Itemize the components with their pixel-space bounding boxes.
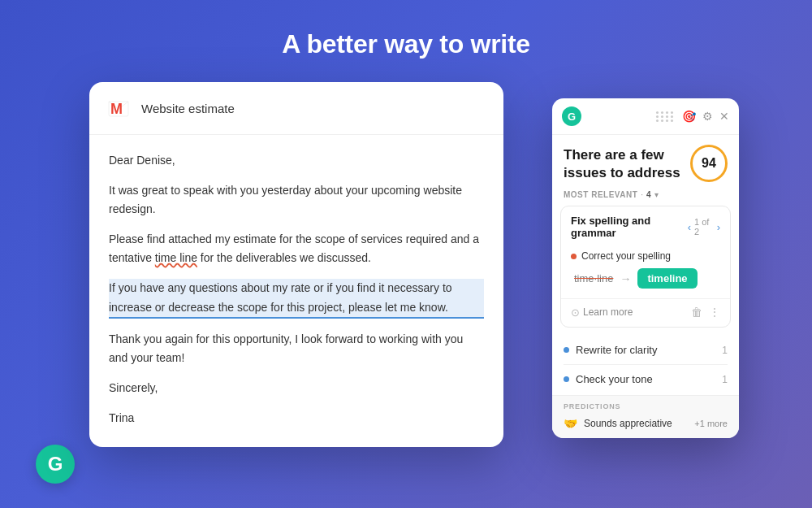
- panel-title-section: There are a few issues to address 94: [552, 135, 739, 187]
- email-closing: Sincerely,: [109, 379, 484, 397]
- footer-icons: 🗑 ⋮: [691, 306, 720, 319]
- score-badge: 94: [690, 145, 728, 182]
- email-para2: Please find attached my estimate for the…: [109, 230, 484, 267]
- prev-issue-arrow[interactable]: ‹: [688, 221, 691, 233]
- grid-dots-icon: [654, 110, 676, 124]
- other-issue-count: 1: [722, 374, 728, 385]
- list-item[interactable]: Check your tone 1: [564, 365, 728, 393]
- panel-header: G 🎯 ⚙ ✕: [552, 98, 739, 135]
- email-body: Dear Denise, It was great to speak with …: [89, 135, 503, 447]
- correct-spelling-label: Correct your spelling: [581, 250, 671, 262]
- correct-spelling-row: Correct your spelling: [571, 250, 720, 262]
- trash-icon[interactable]: 🗑: [691, 306, 702, 319]
- email-para1: It was great to speak with you yesterday…: [109, 181, 484, 219]
- chevron-down-icon: ▾: [654, 190, 659, 199]
- main-container: M Website estimate Dear Denise, It was g…: [89, 82, 723, 447]
- issue-nav: ‹ 1 of 2 ›: [688, 217, 720, 237]
- prediction-row: 🤝 Sounds appreciative +1 more: [564, 417, 728, 430]
- para2-post: for the deliverables we discussed.: [197, 251, 371, 264]
- spelling-fix-row: time·line → timeline: [571, 268, 720, 289]
- grammarly-panel: G 🎯 ⚙ ✕ There are a few issues to addres…: [552, 98, 739, 438]
- other-issues-list: Rewrite for clarity 1 Check your tone 1: [552, 334, 739, 395]
- other-issue-text: Rewrite for clarity: [576, 344, 657, 356]
- other-issue-text: Check your tone: [576, 373, 653, 385]
- predictions-section: PREDICTIONS 🤝 Sounds appreciative +1 mor…: [552, 395, 739, 438]
- email-card: M Website estimate Dear Denise, It was g…: [89, 82, 503, 447]
- issue-card-title: Fix spelling and grammar: [571, 215, 688, 239]
- most-relevant-label: MOST RELEVANT: [564, 190, 637, 199]
- close-icon[interactable]: ✕: [719, 110, 729, 123]
- wrong-word-inline: time line: [155, 251, 197, 264]
- accept-suggestion-button[interactable]: timeline: [637, 268, 697, 289]
- issue-card: Fix spelling and grammar ‹ 1 of 2 › Corr…: [560, 206, 731, 328]
- prediction-emoji-icon: 🤝: [564, 417, 577, 430]
- grammarly-logo-bottom: G: [36, 445, 75, 484]
- issue-card-footer: ⊙ Learn more 🗑 ⋮: [561, 298, 730, 327]
- other-issue-count: 1: [722, 345, 728, 356]
- list-item[interactable]: Rewrite for clarity 1: [564, 336, 728, 365]
- other-issue-left: Rewrite for clarity: [564, 344, 657, 356]
- prediction-more[interactable]: +1 more: [694, 419, 728, 428]
- arrow-right-icon: →: [620, 272, 631, 285]
- learn-more-row[interactable]: ⊙ Learn more: [571, 306, 633, 319]
- question-circle-icon: ⊙: [571, 306, 580, 319]
- svg-text:M: M: [110, 101, 123, 117]
- email-para4: Thank you again for this opportunity, I …: [109, 330, 484, 367]
- predictions-label: PREDICTIONS: [564, 402, 728, 410]
- most-relevant-count: 4: [646, 190, 651, 199]
- blue-dot-icon: [564, 347, 569, 353]
- panel-title: There are a few issues to address: [564, 146, 684, 182]
- target-icon[interactable]: 🎯: [682, 110, 696, 123]
- more-options-icon[interactable]: ⋮: [709, 306, 720, 319]
- wrong-word-display: time·line: [574, 272, 613, 284]
- email-greeting: Dear Denise,: [109, 151, 484, 170]
- issue-card-header: Fix spelling and grammar ‹ 1 of 2 ›: [561, 206, 730, 245]
- most-relevant-bar[interactable]: MOST RELEVANT · 4 ▾: [552, 187, 739, 206]
- learn-more-text: Learn more: [583, 306, 633, 318]
- email-subject: Website estimate: [141, 102, 235, 115]
- red-dot-icon: [571, 254, 577, 259]
- panel-header-icons: 🎯 ⚙ ✕: [654, 110, 729, 124]
- blue-dot-icon: [564, 376, 569, 382]
- next-issue-arrow[interactable]: ›: [717, 221, 720, 233]
- email-para3: If you have any questions about my rate …: [109, 279, 484, 318]
- email-name: Trina: [109, 409, 484, 428]
- page-title: A better way to write: [282, 29, 529, 59]
- grammarly-g-icon: G: [562, 106, 581, 126]
- issue-card-body: Correct your spelling time·line → timeli…: [561, 245, 730, 298]
- settings-icon[interactable]: ⚙: [702, 110, 713, 123]
- email-header: M Website estimate: [89, 82, 503, 135]
- issue-nav-label: 1 of 2: [694, 217, 714, 237]
- gmail-icon: M: [106, 95, 132, 121]
- other-issue-left: Check your tone: [564, 373, 653, 385]
- prediction-text: Sounds appreciative: [584, 418, 672, 429]
